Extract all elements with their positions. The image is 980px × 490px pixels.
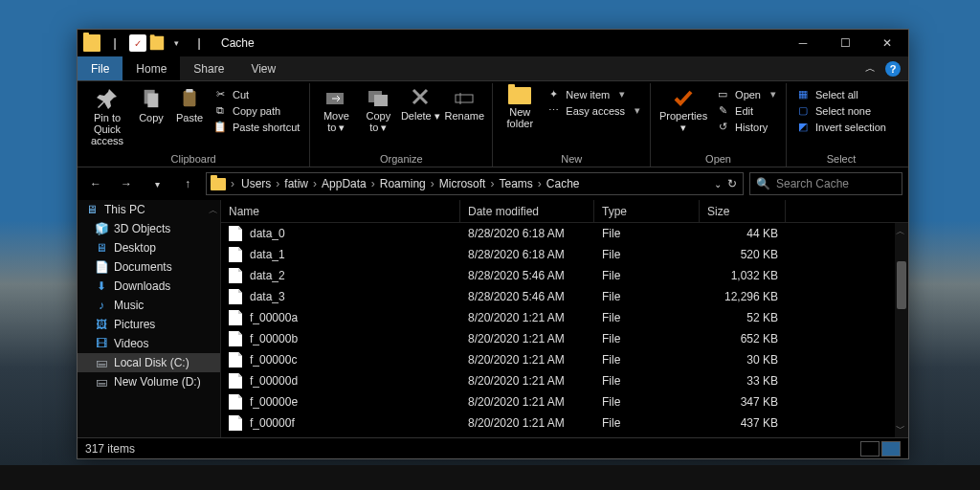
address-bar[interactable]: › Users›fatiw›AppData›Roaming›Microsoft›… [206, 172, 744, 195]
breadcrumb-roaming[interactable]: Roaming [376, 177, 430, 190]
sidebar-scroll-up-icon[interactable]: ︿ [209, 204, 218, 217]
search-box[interactable]: 🔍 [749, 172, 902, 195]
breadcrumb-cache[interactable]: Cache [543, 177, 584, 190]
maximize-button[interactable]: ☐ [824, 30, 866, 56]
close-button[interactable]: ✕ [866, 30, 908, 56]
qat-props-icon[interactable]: ✓ [129, 34, 146, 52]
back-button[interactable]: ← [83, 171, 108, 196]
minimize-button[interactable]: ─ [782, 30, 824, 56]
collapse-ribbon-icon[interactable]: ︿ [865, 61, 876, 76]
table-row[interactable]: f_00000f8/20/2020 1:21 AMFile437 KB [221, 412, 908, 434]
table-row[interactable]: f_00000b8/20/2020 1:21 AMFile652 KB [221, 328, 908, 349]
table-row[interactable]: data_08/28/2020 6:18 AMFile44 KB [221, 223, 908, 244]
paste-button[interactable]: Paste [171, 85, 208, 123]
search-input[interactable] [776, 177, 896, 190]
cut-button[interactable]: ✂Cut [210, 87, 303, 101]
col-type[interactable]: Type [594, 200, 700, 222]
file-size: 52 KB [700, 307, 786, 328]
open-label: Open [735, 89, 761, 100]
easy-access-button[interactable]: ⋯Easy access▾ [543, 103, 644, 118]
address-dropdown-icon[interactable]: ⌄ [714, 179, 722, 189]
tab-file[interactable]: File [78, 56, 122, 80]
breadcrumb-users[interactable]: Users [237, 177, 275, 190]
ribbon-tabs: File Home Share View ︿ ? [78, 56, 908, 81]
table-row[interactable]: data_38/28/2020 5:46 AMFile12,296 KB [221, 286, 908, 307]
breadcrumb-microsoft[interactable]: Microsoft [435, 177, 490, 190]
edit-button[interactable]: ✎Edit [712, 103, 780, 118]
sidebar-item-label: Pictures [114, 318, 155, 331]
sidebar-item-label: Downloads [114, 279, 170, 293]
breadcrumb-appdata[interactable]: AppData [318, 177, 370, 190]
search-icon: 🔍 [756, 177, 770, 190]
copy-to-button[interactable]: Copy to ▾ [358, 85, 398, 133]
file-size: 520 KB [700, 244, 786, 265]
tab-view[interactable]: View [237, 56, 289, 80]
scroll-down-icon[interactable]: ﹀ [896, 422, 905, 435]
forward-button[interactable]: → [114, 171, 139, 196]
select-all-icon: ▦ [796, 88, 810, 100]
up-button[interactable]: ↑ [175, 171, 200, 196]
rename-button[interactable]: Rename [442, 85, 486, 122]
sidebar-item-new-volume-d-[interactable]: 🖴New Volume (D:) [78, 372, 220, 391]
scroll-up-icon[interactable]: ︿ [896, 225, 905, 238]
file-icon [229, 247, 242, 262]
new-folder-label: New folder [507, 106, 534, 129]
file-icon [229, 415, 242, 431]
table-row[interactable]: f_00000a8/20/2020 1:21 AMFile52 KB [221, 307, 908, 328]
history-button[interactable]: ↺History [712, 120, 780, 134]
view-details-icon[interactable] [860, 441, 880, 457]
sidebar-item-3d-objects[interactable]: 🧊3D Objects [78, 219, 220, 238]
open-group-label: Open [705, 151, 731, 167]
invert-selection-button[interactable]: ◩Invert selection [792, 120, 890, 134]
new-folder-button[interactable]: New folder [499, 85, 541, 129]
breadcrumb-fatiw[interactable]: fatiw [280, 177, 312, 190]
col-name[interactable]: Name [221, 200, 460, 222]
paste-shortcut-button[interactable]: 📋Paste shortcut [210, 120, 303, 134]
scrollbar-track[interactable]: ︿ ﹀ [895, 223, 908, 437]
scrollbar-thumb[interactable] [897, 261, 906, 309]
explorer-window: | ✓ ▾ | Cache ─ ☐ ✕ File Home Share View… [77, 29, 909, 459]
delete-button[interactable]: Delete ▾ [400, 85, 440, 122]
sidebar-item-local-disk-c-[interactable]: 🖴Local Disk (C:) [78, 353, 220, 372]
ribbon-group-open: Properties ▾ ▭Open▾ ✎Edit ↺History Open [651, 83, 787, 167]
view-large-icon[interactable] [881, 441, 901, 457]
sidebar-item-desktop[interactable]: 🖥Desktop [78, 238, 220, 257]
tab-share[interactable]: Share [180, 56, 237, 80]
open-button[interactable]: ▭Open▾ [712, 87, 780, 101]
qat-dropdown-icon[interactable]: ▾ [167, 34, 185, 52]
table-row[interactable]: f_00000d8/20/2020 1:21 AMFile33 KB [221, 370, 908, 391]
view-toggle[interactable] [860, 441, 901, 457]
file-name: data_2 [250, 269, 285, 282]
move-to-icon [324, 87, 347, 108]
sidebar-item-videos[interactable]: 🎞Videos [78, 334, 220, 353]
file-date: 8/20/2020 1:21 AM [460, 412, 594, 434]
select-none-button[interactable]: ▢Select none [792, 103, 890, 118]
edit-label: Edit [735, 105, 753, 117]
copy-path-button[interactable]: ⧉Copy path [210, 103, 303, 118]
col-date[interactable]: Date modified [460, 200, 594, 222]
copy-icon [141, 87, 162, 110]
table-row[interactable]: f_00000c8/20/2020 1:21 AMFile30 KB [221, 349, 908, 370]
table-row[interactable]: data_18/28/2020 6:18 AMFile520 KB [221, 244, 908, 265]
select-all-button[interactable]: ▦Select all [792, 87, 890, 101]
table-row[interactable]: f_00000e8/20/2020 1:21 AMFile347 KB [221, 391, 908, 412]
tab-home[interactable]: Home [122, 56, 180, 80]
sidebar-item-pictures[interactable]: 🖼Pictures [78, 315, 220, 334]
move-to-button[interactable]: Move to ▾ [316, 85, 356, 133]
col-size[interactable]: Size [700, 200, 786, 222]
help-icon[interactable]: ? [885, 61, 901, 77]
recent-dropdown[interactable]: ▾ [145, 171, 169, 196]
qat-newfolder-icon[interactable] [148, 34, 166, 52]
table-row[interactable]: data_28/28/2020 5:46 AMFile1,032 KB [221, 265, 908, 286]
refresh-icon[interactable]: ↻ [727, 177, 737, 190]
pin-icon [96, 87, 119, 110]
sidebar-item-music[interactable]: ♪Music [78, 296, 220, 315]
pin-quickaccess-button[interactable]: Pin to Quick access [83, 85, 131, 146]
new-item-button[interactable]: ✦New item▾ [543, 87, 644, 101]
sidebar-item-documents[interactable]: 📄Documents [78, 257, 220, 277]
sidebar-this-pc[interactable]: 🖥 This PC [78, 200, 220, 219]
properties-button[interactable]: Properties ▾ [657, 85, 710, 133]
sidebar-item-downloads[interactable]: ⬇Downloads [78, 277, 220, 296]
copy-button[interactable]: Copy [133, 85, 169, 123]
breadcrumb-teams[interactable]: Teams [495, 177, 536, 190]
